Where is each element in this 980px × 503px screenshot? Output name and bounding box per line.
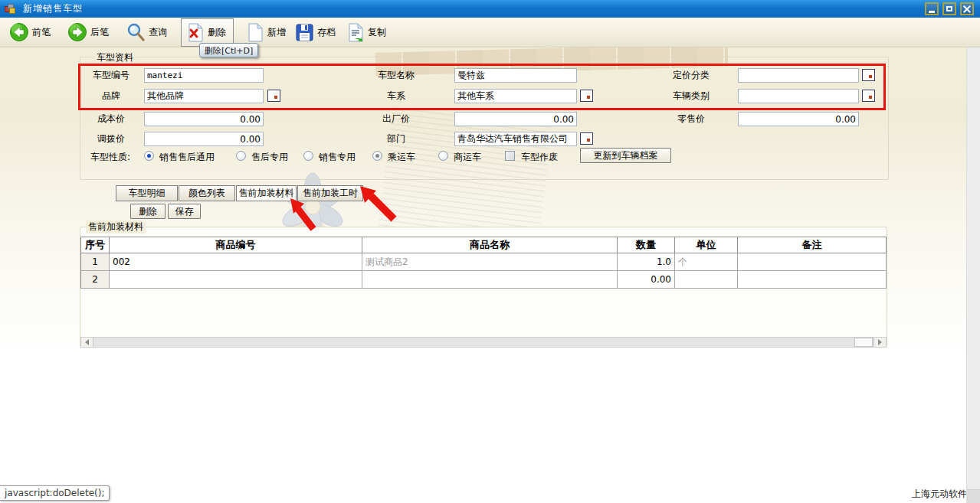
minimize-button[interactable] xyxy=(925,2,939,15)
cell-product-name[interactable] xyxy=(362,271,618,289)
next-record-button[interactable]: 后笔 xyxy=(67,22,109,42)
col-quantity: 数量 xyxy=(618,237,675,253)
archive-label: 存档 xyxy=(317,26,336,39)
brand-lookup-button[interactable] xyxy=(267,90,280,102)
cell-quantity[interactable]: 1.0 xyxy=(618,253,675,271)
new-record-button[interactable]: 新增 xyxy=(246,22,286,43)
save-floppy-icon xyxy=(295,23,314,42)
factory-price-label: 出厂价 xyxy=(365,112,427,126)
new-page-icon xyxy=(246,22,264,43)
cost-price-input[interactable] xyxy=(144,112,264,126)
cell-unit[interactable]: 个 xyxy=(675,253,738,271)
scrollbar-thumb[interactable] xyxy=(854,338,873,347)
cell-quantity[interactable]: 0.00 xyxy=(618,271,675,289)
transfer-price-input[interactable] xyxy=(144,132,264,146)
window-title: 新增销售车型 xyxy=(23,2,83,15)
toolbar: 前笔 后笔 查询 删除 新增 xyxy=(0,18,980,47)
delete-tooltip: 删除[Ctl+D] xyxy=(199,43,258,57)
radio-passenger-vehicle-label: 乘运车 xyxy=(388,151,415,163)
cell-product-code[interactable]: 002 xyxy=(110,253,362,271)
app-icon xyxy=(5,4,15,14)
radio-aftersales-only-label: 售后专用 xyxy=(251,151,288,163)
radio-passenger-vehicle[interactable] xyxy=(372,151,382,161)
grid-horizontal-scrollbar[interactable] xyxy=(80,337,887,348)
cell-row-number: 1 xyxy=(80,253,110,271)
materials-legend: 售前加装材料 xyxy=(86,220,146,234)
copy-button[interactable]: 复制 xyxy=(346,22,386,43)
tab-color-list[interactable]: 颜色列表 xyxy=(179,185,235,201)
radio-aftersales-only[interactable] xyxy=(236,151,246,161)
maximize-icon xyxy=(946,6,952,11)
col-product-name: 商品名称 xyxy=(362,237,618,253)
title-bar: 新增销售车型 xyxy=(0,0,980,18)
scroll-left-button[interactable] xyxy=(81,338,93,347)
obsolete-label: 车型作废 xyxy=(521,151,558,163)
copy-label: 复制 xyxy=(368,26,386,39)
radio-commercial-vehicle-label: 商运车 xyxy=(454,151,481,163)
cell-remark[interactable] xyxy=(738,253,887,271)
maximize-button[interactable] xyxy=(942,2,956,15)
page-vertical-scrollbar[interactable] xyxy=(966,18,980,503)
model-name-label: 车型名称 xyxy=(365,68,427,83)
scroll-down-button[interactable] xyxy=(967,489,980,503)
tab-presale-labor[interactable]: 售前加装工时 xyxy=(297,185,363,201)
status-link-text: javascript:doDelete(); xyxy=(0,485,110,501)
cell-remark[interactable] xyxy=(738,271,887,289)
grid-save-button[interactable]: 保存 xyxy=(168,204,201,219)
brand-input[interactable] xyxy=(144,89,264,103)
delete-record-button[interactable]: 删除 xyxy=(181,18,234,47)
model-code-label: 车型编号 xyxy=(80,68,142,83)
col-product-code: 商品编号 xyxy=(110,237,362,253)
grid-delete-button[interactable]: 删除 xyxy=(130,204,166,219)
vehicle-class-lookup-button[interactable] xyxy=(862,90,875,102)
query-label: 查询 xyxy=(149,26,167,39)
cell-row-number: 2 xyxy=(80,271,110,289)
transfer-price-label: 调拨价 xyxy=(80,132,142,146)
brand-label: 品牌 xyxy=(80,89,142,103)
radio-sales-aftersales-label: 销售售后通用 xyxy=(159,151,215,163)
price-class-input[interactable] xyxy=(738,68,859,83)
col-remark: 备注 xyxy=(738,237,887,253)
price-class-lookup-button[interactable] xyxy=(862,69,875,81)
delete-page-icon xyxy=(186,22,205,43)
radio-sales-aftersales[interactable] xyxy=(144,151,154,161)
close-icon xyxy=(963,5,971,13)
series-label: 车系 xyxy=(365,89,427,103)
copy-icon xyxy=(346,22,365,43)
archive-button[interactable]: 存档 xyxy=(295,23,336,42)
tab-presale-materials[interactable]: 售前加装材料 xyxy=(236,185,297,201)
factory-price-input[interactable] xyxy=(454,112,577,126)
update-to-archive-button[interactable]: 更新到车辆档案 xyxy=(580,148,671,163)
series-input[interactable] xyxy=(454,89,577,103)
retail-price-label: 零售价 xyxy=(661,112,721,126)
cell-unit[interactable] xyxy=(675,271,738,289)
model-name-input[interactable] xyxy=(454,68,577,83)
triangle-right-icon xyxy=(878,339,882,345)
next-record-label: 后笔 xyxy=(90,26,109,39)
series-lookup-button[interactable] xyxy=(580,90,593,102)
arrow-right-circle-icon xyxy=(67,22,87,42)
scroll-right-button[interactable] xyxy=(873,338,886,347)
obsolete-checkbox[interactable] xyxy=(505,151,515,161)
tab-model-detail[interactable]: 车型明细 xyxy=(116,185,178,201)
query-button[interactable]: 查询 xyxy=(126,22,167,42)
materials-header-row: 序号 商品编号 商品名称 数量 单位 备注 xyxy=(80,237,887,253)
vehicle-class-input[interactable] xyxy=(738,89,859,103)
department-lookup-button[interactable] xyxy=(580,132,593,145)
radio-sales-only-label: 销售专用 xyxy=(319,151,356,163)
cell-product-code[interactable] xyxy=(110,271,362,289)
cell-product-name[interactable]: 测试商品2 xyxy=(362,253,618,271)
cost-price-label: 成本价 xyxy=(80,112,142,126)
retail-price-input[interactable] xyxy=(738,112,859,126)
radio-commercial-vehicle[interactable] xyxy=(438,151,448,161)
triangle-left-icon xyxy=(85,339,89,345)
col-no: 序号 xyxy=(80,237,110,253)
new-record-label: 新增 xyxy=(267,26,286,39)
close-button[interactable] xyxy=(960,2,974,15)
model-code-input[interactable] xyxy=(144,68,264,83)
prev-record-button[interactable]: 前笔 xyxy=(9,22,51,42)
department-input[interactable] xyxy=(454,132,577,146)
minimize-icon xyxy=(929,11,935,13)
arrow-left-circle-icon xyxy=(9,22,29,42)
radio-sales-only[interactable] xyxy=(303,151,313,161)
